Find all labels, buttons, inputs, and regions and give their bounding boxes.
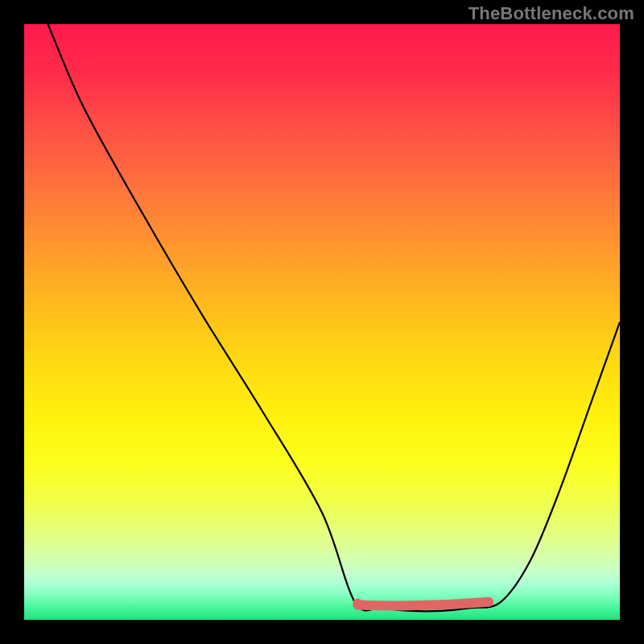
highlight-start-dot (353, 599, 362, 609)
watermark-title: TheBottleneck.com (469, 3, 634, 24)
chart-stage: TheBottleneck.com (0, 0, 644, 644)
bottleneck-curve (48, 24, 620, 611)
highlight-band (357, 602, 489, 606)
curve-layer (24, 24, 620, 620)
plot-area (24, 24, 620, 620)
